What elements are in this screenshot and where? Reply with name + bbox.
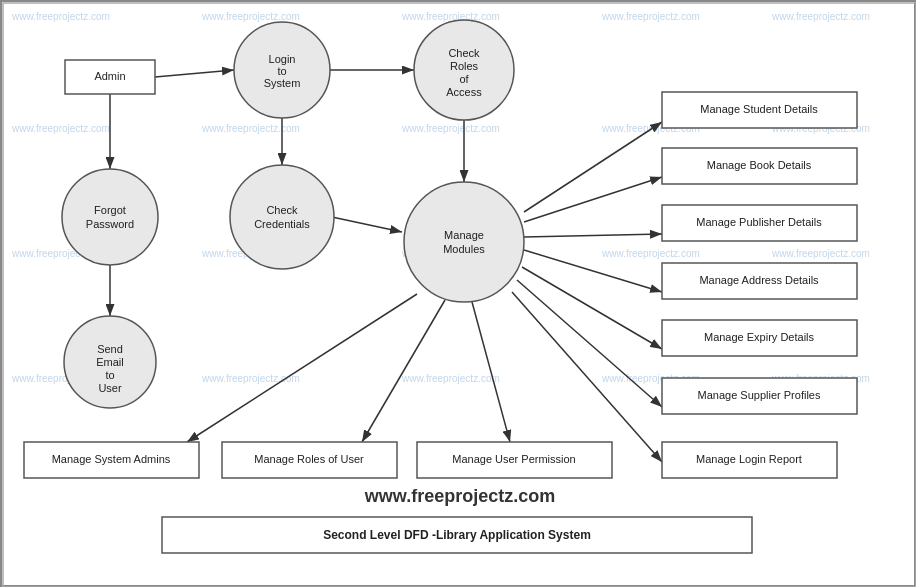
login-label-3: System [264, 77, 301, 89]
managemodules-label-1: Manage [444, 229, 484, 241]
arrow-admin-login [155, 70, 234, 77]
arrow-checkcreds-manage [332, 217, 402, 232]
manage-expiry-label: Manage Expiry Details [704, 331, 815, 343]
watermark-t5: www.freeprojectz.com [771, 11, 870, 22]
watermark-b3: www.freeprojectz.com [401, 373, 500, 384]
checkcreds-label-1: Check [266, 204, 298, 216]
login-label-1: Login [269, 53, 296, 65]
watermark-m3: www.freeprojectz.com [401, 123, 500, 134]
manage-sysadmins-label: Manage System Admins [52, 453, 171, 465]
website-label: www.freeprojectz.com [364, 486, 555, 506]
arrow-manage-userperm [472, 302, 510, 442]
arrow-manage-publisher [524, 234, 662, 237]
diagram-title: Second Level DFD -Library Application Sy… [323, 528, 591, 542]
checkcreds-label-2: Credentials [254, 218, 310, 230]
sendemail-label-2: Email [96, 356, 124, 368]
arrow-manage-expiry [522, 267, 662, 349]
arrow-manage-student [524, 122, 662, 212]
checkroles-label-2: Roles [450, 60, 479, 72]
checkroles-label-1: Check [448, 47, 480, 59]
watermark-t3: www.freeprojectz.com [401, 11, 500, 22]
arrow-manage-supplier [517, 280, 662, 407]
manage-student-label: Manage Student Details [700, 103, 818, 115]
manage-supplier-label: Manage Supplier Profiles [698, 389, 821, 401]
checkroles-label-4: Access [446, 86, 482, 98]
manage-address-label: Manage Address Details [699, 274, 819, 286]
admin-label: Admin [94, 70, 125, 82]
manage-publisher-label: Manage Publisher Details [696, 216, 822, 228]
login-label-2: to [277, 65, 286, 77]
watermark-m1: www.freeprojectz.com [11, 123, 110, 134]
manage-userperm-label: Manage User Permission [452, 453, 576, 465]
managemodules-label-2: Modules [443, 243, 485, 255]
watermark-m2: www.freeprojectz.com [201, 123, 300, 134]
sendemail-label-4: User [98, 382, 122, 394]
diagram-svg: www.freeprojectz.com www.freeprojectz.co… [2, 2, 916, 587]
watermark-l4: www.freeprojectz.com [601, 248, 700, 259]
forgotpwd-label-1: Forgot [94, 204, 126, 216]
diagram-container: www.freeprojectz.com www.freeprojectz.co… [0, 0, 916, 587]
watermark-l5: www.freeprojectz.com [771, 248, 870, 259]
arrow-manage-sysadmins [187, 294, 417, 442]
checkroles-label-3: of [459, 73, 469, 85]
forgotpwd-label-2: Password [86, 218, 134, 230]
manage-book-label: Manage Book Details [707, 159, 812, 171]
sendemail-label-1: Send [97, 343, 123, 355]
manage-loginreport-label: Manage Login Report [696, 453, 802, 465]
watermark-t2: www.freeprojectz.com [201, 11, 300, 22]
sendemail-label-3: to [105, 369, 114, 381]
watermark-t4: www.freeprojectz.com [601, 11, 700, 22]
manage-roles-label: Manage Roles of User [254, 453, 364, 465]
arrow-manage-book [524, 177, 662, 222]
watermark-tl: www.freeprojectz.com [11, 11, 110, 22]
